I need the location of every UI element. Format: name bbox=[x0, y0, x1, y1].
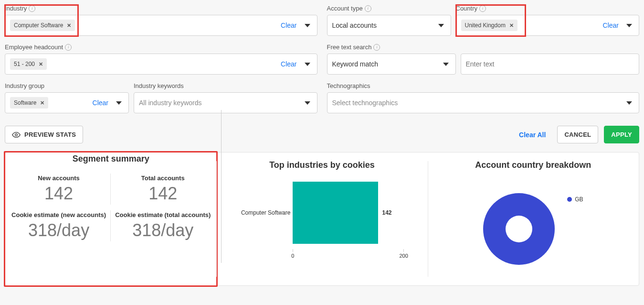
industry-group-select[interactable]: Software ✕ Clear bbox=[5, 92, 129, 113]
remove-chip-icon[interactable]: ✕ bbox=[67, 22, 71, 29]
chevron-down-icon bbox=[305, 63, 310, 66]
cancel-button[interactable]: CANCEL bbox=[557, 126, 598, 143]
remove-chip-icon[interactable]: ✕ bbox=[40, 100, 44, 106]
industry-select[interactable]: Computer Software ✕ Clear bbox=[5, 15, 317, 36]
account-type-label: Account type i bbox=[327, 5, 451, 12]
industry-group-chip: Software ✕ bbox=[10, 97, 48, 109]
employee-headcount-field: Employee headcount i 51 - 200 ✕ Clear bbox=[5, 44, 317, 75]
bar-category-label: Computer Software bbox=[226, 209, 290, 216]
remove-chip-icon[interactable]: ✕ bbox=[39, 61, 43, 67]
bar-chart: Computer Software 142 0 200 bbox=[221, 177, 422, 272]
remove-chip-icon[interactable]: ✕ bbox=[509, 22, 514, 29]
info-icon[interactable]: i bbox=[373, 44, 380, 51]
cookie-new-cell: Cookie estimate (new accounts) 318/day bbox=[7, 207, 111, 244]
info-icon[interactable]: i bbox=[365, 5, 371, 12]
country-select[interactable]: United Kingdom ✕ Clear bbox=[456, 15, 640, 36]
free-text-field: Free text search i Keyword match bbox=[327, 44, 640, 75]
chevron-down-icon bbox=[305, 24, 310, 27]
industry-group-field: Industry group Software ✕ Clear bbox=[5, 82, 129, 113]
donut-chart bbox=[483, 193, 555, 265]
top-industries-panel: Top industries by cookies Computer Softw… bbox=[216, 152, 427, 285]
svg-point-0 bbox=[15, 133, 18, 136]
apply-button[interactable]: APPLY bbox=[604, 126, 639, 143]
industry-keywords-field: Industry keywords All industry keywords bbox=[134, 82, 317, 113]
clear-link[interactable]: Clear bbox=[603, 22, 619, 29]
info-icon[interactable]: i bbox=[479, 5, 486, 12]
technographics-field: Technographics Select technographics bbox=[327, 82, 640, 113]
clear-link[interactable]: Clear bbox=[281, 60, 296, 68]
cookie-total-cell: Cookie estimate (total accounts) 318/day bbox=[111, 207, 215, 244]
employee-headcount-select[interactable]: 51 - 200 ✕ Clear bbox=[5, 54, 317, 75]
eye-icon bbox=[12, 131, 21, 138]
segment-summary-panel: Segment summary New accounts 142 Total a… bbox=[4, 151, 218, 287]
chevron-down-icon bbox=[116, 101, 122, 105]
preview-stats-button[interactable]: PREVIEW STATS bbox=[5, 126, 83, 143]
axis-tick: 0 bbox=[291, 249, 294, 259]
chevron-down-icon bbox=[438, 24, 444, 27]
free-text-input-wrap bbox=[461, 54, 640, 75]
clear-link[interactable]: Clear bbox=[93, 99, 108, 107]
account-type-field: Account type i Local accounts bbox=[327, 5, 451, 36]
info-icon[interactable]: i bbox=[29, 5, 35, 12]
stats-panel: Segment summary New accounts 142 Total a… bbox=[5, 152, 639, 286]
industry-group-label: Industry group bbox=[5, 82, 129, 89]
clear-all-link[interactable]: Clear All bbox=[519, 131, 546, 139]
chevron-down-icon bbox=[443, 63, 449, 66]
total-accounts-cell: Total accounts 142 bbox=[111, 171, 215, 207]
info-icon[interactable]: i bbox=[65, 44, 72, 51]
legend-item: GB bbox=[567, 196, 583, 203]
segment-summary-title: Segment summary bbox=[7, 154, 215, 164]
technographics-label: Technographics bbox=[327, 82, 640, 89]
chevron-down-icon bbox=[626, 24, 632, 27]
industry-keywords-select[interactable]: All industry keywords bbox=[134, 92, 317, 113]
account-type-select[interactable]: Local accounts bbox=[327, 15, 451, 36]
new-accounts-cell: New accounts 142 bbox=[7, 171, 111, 207]
headcount-chip: 51 - 200 ✕ bbox=[10, 58, 47, 70]
axis-line bbox=[221, 110, 222, 263]
chevron-down-icon bbox=[626, 101, 632, 105]
technographics-select[interactable]: Select technographics bbox=[327, 92, 640, 113]
employee-headcount-label: Employee headcount i bbox=[5, 44, 317, 51]
bar-value: 142 bbox=[382, 209, 391, 216]
country-breakdown-panel: Account country breakdown GB bbox=[428, 152, 639, 285]
industry-keywords-label: Industry keywords bbox=[134, 82, 317, 89]
axis-tick: 200 bbox=[399, 249, 408, 259]
country-chip: United Kingdom ✕ bbox=[461, 20, 517, 31]
clear-link[interactable]: Clear bbox=[281, 22, 296, 29]
country-breakdown-title: Account country breakdown bbox=[433, 160, 634, 170]
free-text-input[interactable] bbox=[466, 60, 634, 68]
top-industries-title: Top industries by cookies bbox=[221, 160, 422, 170]
legend-dot-icon bbox=[567, 197, 572, 202]
industry-label: Industry i bbox=[5, 5, 317, 12]
keyword-match-select[interactable]: Keyword match bbox=[327, 54, 456, 75]
chevron-down-icon bbox=[305, 101, 310, 105]
country-field: Country i United Kingdom ✕ Clear bbox=[456, 5, 640, 36]
free-text-label: Free text search i bbox=[327, 44, 640, 51]
industry-field: Industry i Computer Software ✕ Clear bbox=[5, 5, 317, 36]
industry-chip: Computer Software ✕ bbox=[10, 20, 75, 31]
donut-hole bbox=[506, 216, 532, 242]
bar bbox=[293, 182, 378, 244]
country-label: Country i bbox=[456, 5, 640, 12]
